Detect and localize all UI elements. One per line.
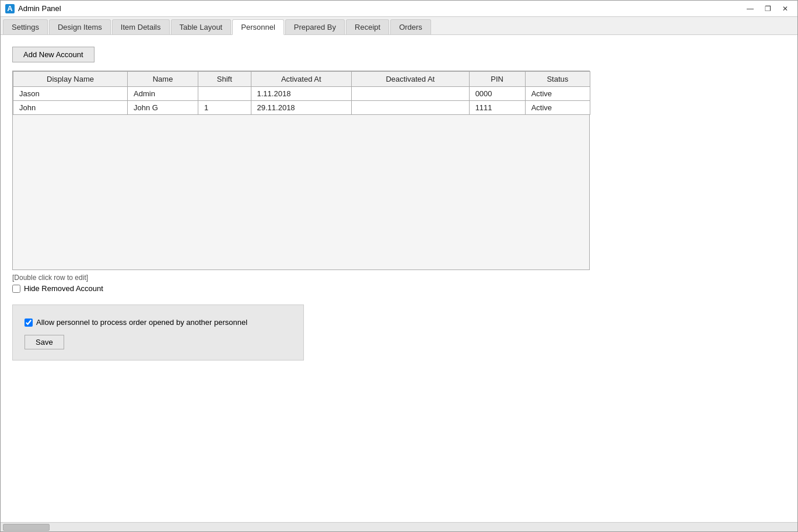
tab-table-layout[interactable]: Table Layout: [171, 19, 232, 34]
accounts-table-wrapper: Display Name Name Shift Activated At Dea…: [12, 71, 590, 270]
save-button[interactable]: Save: [24, 335, 64, 349]
tab-prepared-by[interactable]: Prepared By: [285, 19, 345, 34]
window-title: Admin Panel: [18, 4, 61, 13]
cell-name: John G: [128, 101, 198, 115]
tab-personnel[interactable]: Personnel: [232, 19, 284, 35]
accounts-table: Display Name Name Shift Activated At Dea…: [13, 71, 590, 115]
tab-orders[interactable]: Orders: [390, 19, 431, 34]
cell-pin: 1111: [469, 101, 525, 115]
table-row[interactable]: John John G 1 29.11.2018 1111 Active: [13, 101, 590, 115]
table-header-row: Display Name Name Shift Activated At Dea…: [13, 72, 590, 87]
cell-display-name: John: [13, 101, 128, 115]
cell-deactivated-at: [351, 87, 469, 101]
close-button[interactable]: ✕: [778, 4, 793, 14]
accounts-table-inner: Display Name Name Shift Activated At Dea…: [13, 71, 589, 270]
add-new-account-button[interactable]: Add New Account: [12, 47, 94, 62]
col-display-name: Display Name: [13, 72, 128, 87]
hide-removed-checkbox[interactable]: [12, 285, 20, 293]
col-name: Name: [128, 72, 198, 87]
tab-bar: Settings Design Items Item Details Table…: [1, 17, 797, 35]
allow-personnel-row: Allow personnel to process order opened …: [24, 318, 292, 327]
title-bar-controls: — ❐ ✕: [743, 4, 793, 14]
minimize-button[interactable]: —: [743, 4, 758, 14]
col-status: Status: [525, 72, 590, 87]
settings-box: Allow personnel to process order opened …: [12, 304, 304, 360]
cell-status: Active: [525, 101, 590, 115]
cell-display-name: Jason: [13, 87, 128, 101]
title-bar-left: A Admin Panel: [5, 4, 61, 13]
main-window: A Admin Panel — ❐ ✕ Settings Design Item…: [0, 0, 798, 532]
cell-shift: 1: [198, 101, 251, 115]
tab-design-items[interactable]: Design Items: [49, 19, 111, 34]
tab-item-details[interactable]: Item Details: [112, 19, 170, 34]
scrollbar-thumb[interactable]: [3, 524, 50, 531]
col-deactivated-at: Deactivated At: [351, 72, 469, 87]
cell-pin: 0000: [469, 87, 525, 101]
app-icon: A: [5, 4, 15, 13]
title-bar: A Admin Panel — ❐ ✕: [1, 1, 797, 17]
table-row[interactable]: Jason Admin 1.11.2018 0000 Active: [13, 87, 590, 101]
scrollbar[interactable]: [1, 522, 797, 531]
cell-status: Active: [525, 87, 590, 101]
col-pin: PIN: [469, 72, 525, 87]
edit-hint: [Double click row to edit]: [12, 274, 786, 282]
allow-personnel-checkbox[interactable]: [24, 318, 33, 327]
maximize-button[interactable]: ❐: [760, 4, 775, 14]
tab-settings[interactable]: Settings: [3, 19, 48, 34]
cell-activated-at: 1.11.2018: [251, 87, 351, 101]
cell-shift: [198, 87, 251, 101]
tab-receipt[interactable]: Receipt: [346, 19, 389, 34]
content-area: Add New Account Display Name Name Shift …: [1, 35, 797, 522]
col-shift: Shift: [198, 72, 251, 87]
hide-removed-row: Hide Removed Account: [12, 284, 786, 293]
col-activated-at: Activated At: [251, 72, 351, 87]
cell-activated-at: 29.11.2018: [251, 101, 351, 115]
hide-removed-label: Hide Removed Account: [24, 284, 103, 293]
cell-name: Admin: [128, 87, 198, 101]
allow-personnel-label: Allow personnel to process order opened …: [36, 318, 247, 327]
cell-deactivated-at: [351, 101, 469, 115]
